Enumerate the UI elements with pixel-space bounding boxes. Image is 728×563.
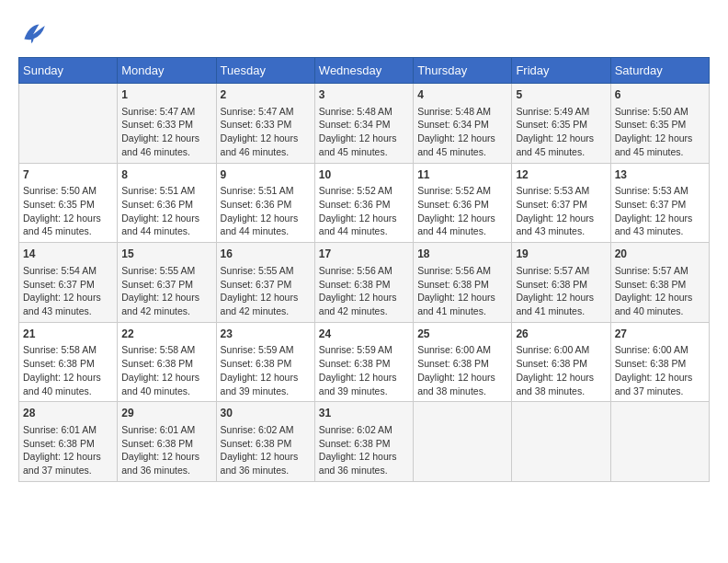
- calendar-week-row: 1Sunrise: 5:47 AM Sunset: 6:33 PM Daylig…: [19, 84, 710, 164]
- logo-icon: [18, 18, 48, 48]
- calendar-cell: 2Sunrise: 5:47 AM Sunset: 6:33 PM Daylig…: [216, 84, 314, 164]
- day-number: 9: [221, 167, 311, 183]
- day-number: 31: [319, 406, 409, 421]
- day-content: Sunrise: 6:00 AM Sunset: 6:38 PM Dayligh…: [516, 343, 606, 397]
- calendar-cell: 23Sunrise: 5:59 AM Sunset: 6:38 PM Dayli…: [216, 322, 314, 402]
- calendar-cell: 11Sunrise: 5:52 AM Sunset: 6:36 PM Dayli…: [414, 163, 512, 243]
- calendar-cell: 1Sunrise: 5:47 AM Sunset: 6:33 PM Daylig…: [118, 84, 216, 164]
- day-content: Sunrise: 6:01 AM Sunset: 6:38 PM Dayligh…: [23, 423, 113, 477]
- day-content: Sunrise: 5:54 AM Sunset: 6:37 PM Dayligh…: [23, 264, 113, 318]
- calendar-cell: [414, 402, 512, 482]
- day-number: 2: [221, 87, 311, 103]
- day-content: Sunrise: 5:49 AM Sunset: 6:35 PM Dayligh…: [516, 105, 606, 159]
- calendar-cell: 27Sunrise: 6:00 AM Sunset: 6:38 PM Dayli…: [610, 322, 709, 402]
- day-content: Sunrise: 6:00 AM Sunset: 6:38 PM Dayligh…: [615, 343, 705, 397]
- day-content: Sunrise: 5:53 AM Sunset: 6:37 PM Dayligh…: [516, 184, 606, 238]
- day-number: 11: [417, 167, 507, 183]
- day-content: Sunrise: 5:56 AM Sunset: 6:38 PM Dayligh…: [417, 264, 507, 318]
- day-number: 30: [221, 406, 311, 421]
- day-content: Sunrise: 5:48 AM Sunset: 6:34 PM Dayligh…: [319, 105, 409, 159]
- calendar-header-cell: Tuesday: [216, 58, 314, 84]
- calendar-cell: 24Sunrise: 5:59 AM Sunset: 6:38 PM Dayli…: [314, 322, 413, 402]
- calendar-table: SundayMondayTuesdayWednesdayThursdayFrid…: [18, 57, 710, 482]
- calendar-cell: 7Sunrise: 5:50 AM Sunset: 6:35 PM Daylig…: [19, 163, 118, 243]
- day-content: Sunrise: 5:55 AM Sunset: 6:37 PM Dayligh…: [121, 264, 211, 318]
- logo: [18, 18, 51, 48]
- day-content: Sunrise: 5:47 AM Sunset: 6:33 PM Dayligh…: [221, 105, 311, 159]
- calendar-cell: 13Sunrise: 5:53 AM Sunset: 6:37 PM Dayli…: [610, 163, 709, 243]
- day-number: 15: [121, 247, 211, 262]
- day-number: 20: [615, 247, 705, 262]
- calendar-cell: 20Sunrise: 5:57 AM Sunset: 6:38 PM Dayli…: [610, 243, 709, 323]
- calendar-cell: 25Sunrise: 6:00 AM Sunset: 6:38 PM Dayli…: [414, 322, 512, 402]
- calendar-cell: 18Sunrise: 5:56 AM Sunset: 6:38 PM Dayli…: [414, 243, 512, 323]
- day-content: Sunrise: 5:57 AM Sunset: 6:38 PM Dayligh…: [615, 264, 705, 318]
- day-number: 13: [615, 167, 705, 183]
- calendar-header-cell: Friday: [512, 58, 610, 84]
- calendar-cell: 6Sunrise: 5:50 AM Sunset: 6:35 PM Daylig…: [610, 84, 709, 164]
- calendar-cell: 30Sunrise: 6:02 AM Sunset: 6:38 PM Dayli…: [216, 402, 314, 482]
- day-number: 25: [417, 327, 507, 342]
- calendar-header-cell: Wednesday: [314, 58, 413, 84]
- calendar-week-row: 7Sunrise: 5:50 AM Sunset: 6:35 PM Daylig…: [19, 163, 710, 243]
- calendar-header-cell: Sunday: [19, 58, 118, 84]
- day-content: Sunrise: 5:59 AM Sunset: 6:38 PM Dayligh…: [319, 343, 409, 397]
- day-content: Sunrise: 6:02 AM Sunset: 6:38 PM Dayligh…: [319, 423, 409, 477]
- day-number: 7: [23, 167, 113, 183]
- day-number: 17: [319, 247, 409, 262]
- day-number: 10: [319, 167, 409, 183]
- day-number: 23: [221, 327, 311, 342]
- calendar-cell: [19, 84, 118, 164]
- day-number: 18: [417, 247, 507, 262]
- day-number: 16: [221, 247, 311, 262]
- calendar-cell: 8Sunrise: 5:51 AM Sunset: 6:36 PM Daylig…: [118, 163, 216, 243]
- calendar-cell: 5Sunrise: 5:49 AM Sunset: 6:35 PM Daylig…: [512, 84, 610, 164]
- calendar-cell: 14Sunrise: 5:54 AM Sunset: 6:37 PM Dayli…: [19, 243, 118, 323]
- day-content: Sunrise: 5:57 AM Sunset: 6:38 PM Dayligh…: [516, 264, 606, 318]
- calendar-cell: 9Sunrise: 5:51 AM Sunset: 6:36 PM Daylig…: [216, 163, 314, 243]
- day-content: Sunrise: 5:59 AM Sunset: 6:38 PM Dayligh…: [221, 343, 311, 397]
- day-content: Sunrise: 5:52 AM Sunset: 6:36 PM Dayligh…: [417, 184, 507, 238]
- day-content: Sunrise: 6:02 AM Sunset: 6:38 PM Dayligh…: [221, 423, 311, 477]
- calendar-cell: 29Sunrise: 6:01 AM Sunset: 6:38 PM Dayli…: [118, 402, 216, 482]
- day-number: 19: [516, 247, 606, 262]
- day-content: Sunrise: 5:56 AM Sunset: 6:38 PM Dayligh…: [319, 264, 409, 318]
- day-content: Sunrise: 5:50 AM Sunset: 6:35 PM Dayligh…: [23, 184, 113, 238]
- day-number: 29: [121, 406, 211, 421]
- day-content: Sunrise: 5:58 AM Sunset: 6:38 PM Dayligh…: [23, 343, 113, 397]
- day-number: 26: [516, 327, 606, 342]
- day-content: Sunrise: 5:51 AM Sunset: 6:36 PM Dayligh…: [221, 184, 311, 238]
- calendar-cell: 21Sunrise: 5:58 AM Sunset: 6:38 PM Dayli…: [19, 322, 118, 402]
- day-number: 28: [23, 406, 113, 421]
- day-number: 4: [417, 87, 507, 103]
- day-content: Sunrise: 5:52 AM Sunset: 6:36 PM Dayligh…: [319, 184, 409, 238]
- day-content: Sunrise: 5:58 AM Sunset: 6:38 PM Dayligh…: [121, 343, 211, 397]
- day-content: Sunrise: 5:47 AM Sunset: 6:33 PM Dayligh…: [121, 105, 211, 159]
- day-content: Sunrise: 5:50 AM Sunset: 6:35 PM Dayligh…: [615, 105, 705, 159]
- calendar-cell: [610, 402, 709, 482]
- calendar-header-cell: Saturday: [610, 58, 709, 84]
- calendar-body: 1Sunrise: 5:47 AM Sunset: 6:33 PM Daylig…: [19, 84, 710, 482]
- day-content: Sunrise: 6:01 AM Sunset: 6:38 PM Dayligh…: [121, 423, 211, 477]
- day-number: 27: [615, 327, 705, 342]
- calendar-cell: 4Sunrise: 5:48 AM Sunset: 6:34 PM Daylig…: [414, 84, 512, 164]
- day-content: Sunrise: 5:53 AM Sunset: 6:37 PM Dayligh…: [615, 184, 705, 238]
- day-number: 12: [516, 167, 606, 183]
- calendar-cell: 15Sunrise: 5:55 AM Sunset: 6:37 PM Dayli…: [118, 243, 216, 323]
- day-number: 1: [121, 87, 211, 103]
- day-number: 21: [23, 327, 113, 342]
- calendar-cell: 22Sunrise: 5:58 AM Sunset: 6:38 PM Dayli…: [118, 322, 216, 402]
- calendar-week-row: 14Sunrise: 5:54 AM Sunset: 6:37 PM Dayli…: [19, 243, 710, 323]
- calendar-cell: 19Sunrise: 5:57 AM Sunset: 6:38 PM Dayli…: [512, 243, 610, 323]
- day-number: 6: [615, 87, 705, 103]
- calendar-header-cell: Thursday: [414, 58, 512, 84]
- day-number: 5: [516, 87, 606, 103]
- calendar-cell: 3Sunrise: 5:48 AM Sunset: 6:34 PM Daylig…: [314, 84, 413, 164]
- day-number: 8: [121, 167, 211, 183]
- day-number: 22: [121, 327, 211, 342]
- calendar-week-row: 28Sunrise: 6:01 AM Sunset: 6:38 PM Dayli…: [19, 402, 710, 482]
- calendar-cell: 26Sunrise: 6:00 AM Sunset: 6:38 PM Dayli…: [512, 322, 610, 402]
- day-number: 3: [319, 87, 409, 103]
- calendar-cell: 12Sunrise: 5:53 AM Sunset: 6:37 PM Dayli…: [512, 163, 610, 243]
- day-number: 14: [23, 247, 113, 262]
